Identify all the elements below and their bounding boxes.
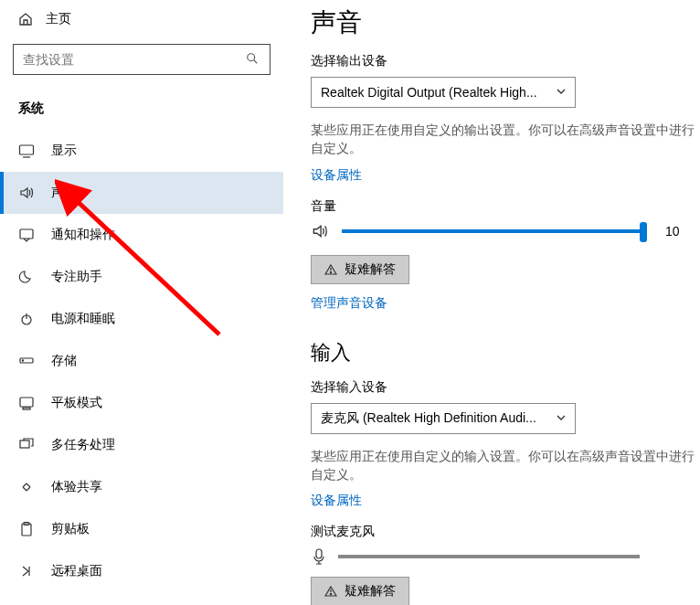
input-props-link[interactable]: 设备属性 [311,493,362,509]
sidebar-item-label: 显示 [51,143,77,159]
output-device-dropdown[interactable]: Realtek Digital Output (Realtek High... [311,77,576,108]
sidebar-item-label: 专注助手 [51,269,102,285]
sidebar-item-clipboard[interactable]: 剪贴板 [0,508,283,550]
sidebar-item-label: 平板模式 [51,395,102,411]
power-icon [18,311,35,327]
sidebar-item-tablet[interactable]: 平板模式 [0,382,283,424]
storage-icon [18,353,35,369]
output-props-link[interactable]: 设备属性 [311,167,362,184]
moon-icon [18,269,35,285]
slider-thumb[interactable] [640,222,647,242]
volume-label: 音量 [311,198,700,215]
search-input-wrap[interactable] [13,44,270,75]
content: 声音 选择输出设备 Realtek Digital Output (Realte… [283,0,700,605]
sidebar-item-sound[interactable]: 声音 [0,172,283,214]
multitask-icon [18,437,35,453]
home-nav[interactable]: 主页 [0,5,283,37]
output-device-value: Realtek Digital Output (Realtek High... [321,85,537,100]
search-input[interactable] [23,52,246,67]
tablet-icon [18,395,35,411]
sidebar-item-label: 远程桌面 [51,563,102,579]
search-icon [246,52,260,67]
input-desc: 某些应用正在使用自定义的输入设置。你可以在高级声音设置中进行自定义。 [311,447,700,484]
button-label: 疑难解答 [345,261,396,278]
sidebar-item-label: 体验共享 [51,479,102,495]
svg-rect-2 [20,145,34,154]
input-header: 输入 [311,339,700,366]
svg-rect-9 [20,398,33,407]
remote-icon [18,563,35,579]
volume-slider[interactable] [342,229,643,233]
clipboard-icon [18,521,35,537]
input-troubleshoot-button[interactable]: 疑难解答 [311,577,409,605]
sidebar: 主页 系统 显示 声音 通知和操作 [0,0,283,605]
svg-rect-4 [20,229,33,239]
home-icon [18,12,33,27]
display-icon [18,143,35,159]
test-mic-label: 测试麦克风 [311,524,700,540]
svg-rect-17 [316,549,322,558]
chevron-down-icon [555,411,569,426]
sidebar-item-label: 多任务处理 [51,437,115,453]
input-device-dropdown[interactable]: 麦克风 (Realtek High Definition Audi... [311,403,576,434]
svg-point-0 [248,54,255,61]
sidebar-item-label: 通知和操作 [51,227,115,243]
notification-icon [18,227,35,243]
sidebar-item-display[interactable]: 显示 [0,130,283,172]
svg-line-1 [254,60,258,64]
manage-devices-link[interactable]: 管理声音设备 [311,295,387,312]
sidebar-item-label: 存储 [51,353,77,369]
svg-point-8 [22,360,23,361]
sidebar-item-multitask[interactable]: 多任务处理 [0,424,283,466]
sidebar-item-focus[interactable]: 专注助手 [0,256,283,298]
input-device-value: 麦克风 (Realtek High Definition Audi... [321,410,536,427]
sidebar-item-storage[interactable]: 存储 [0,340,283,382]
sidebar-item-label: 剪贴板 [51,521,90,537]
sound-icon [18,185,35,201]
sidebar-item-notifications[interactable]: 通知和操作 [0,214,283,256]
svg-rect-10 [23,408,30,409]
sidebar-item-remote[interactable]: 远程桌面 [0,550,283,592]
input-choose-label: 选择输入设备 [311,379,700,396]
sidebar-item-shared[interactable]: 体验共享 [0,466,283,508]
home-label: 主页 [46,11,71,27]
warning-icon [324,585,337,598]
section-title: 系统 [0,88,283,130]
page-title: 声音 [311,5,700,40]
output-choose-label: 选择输出设备 [311,53,700,69]
output-desc: 某些应用正在使用自定义的输出设置。你可以在高级声音设置中进行自定义。 [311,121,700,158]
sidebar-item-label: 电源和睡眠 [51,311,115,327]
sidebar-item-label: 声音 [51,185,77,201]
warning-icon [324,263,337,276]
button-label: 疑难解答 [345,583,396,600]
svg-point-16 [330,271,331,272]
volume-value: 10 [665,224,680,239]
svg-point-19 [330,594,331,595]
mic-level-bar [338,555,640,558]
chevron-down-icon [555,85,569,100]
svg-rect-11 [20,440,29,448]
sidebar-item-power[interactable]: 电源和睡眠 [0,298,283,340]
speaker-icon [311,222,329,240]
mic-icon [311,547,327,566]
output-troubleshoot-button[interactable]: 疑难解答 [311,255,409,284]
share-icon [18,479,35,495]
